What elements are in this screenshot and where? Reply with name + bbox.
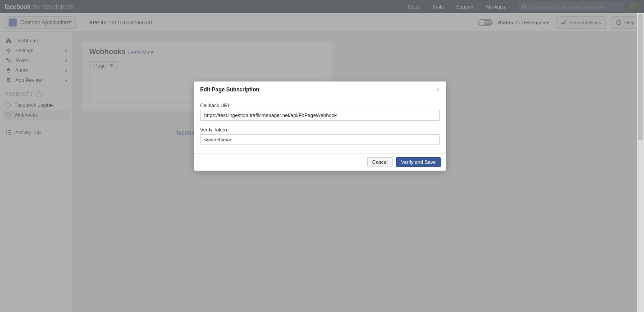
modal-title: Edit Page Subscription	[200, 86, 259, 93]
modal-header: Edit Page Subscription ×	[194, 81, 446, 98]
verify-and-save-button[interactable]: Verify and Save	[396, 157, 441, 167]
verify-token-label: Verify Token	[200, 127, 440, 132]
cancel-button[interactable]: Cancel	[367, 157, 393, 167]
modal-body: Callback URL Verify Token	[194, 98, 446, 153]
verify-token-input[interactable]	[200, 134, 440, 145]
callback-url-input[interactable]	[200, 110, 440, 121]
modal-footer: Cancel Verify and Save	[194, 153, 446, 171]
vertical-scrollbar[interactable]	[637, 13, 644, 312]
close-icon[interactable]: ×	[436, 86, 440, 93]
callback-url-label: Callback URL	[200, 103, 440, 108]
edit-page-subscription-modal: Edit Page Subscription × Callback URL Ve…	[194, 81, 446, 171]
